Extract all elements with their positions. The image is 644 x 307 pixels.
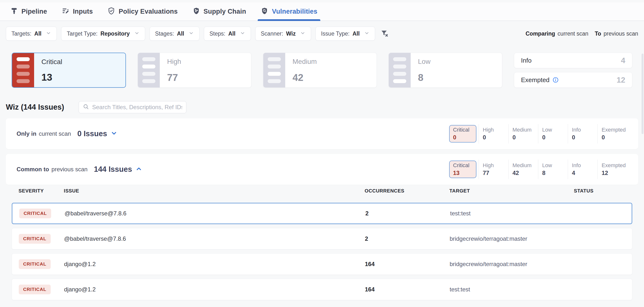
tab-label: Supply Chain	[204, 8, 246, 15]
severity-counts-strip: Critical 13 High 77 Medium 42 Low 8 Info…	[449, 160, 628, 179]
comparing-label: Comparing	[526, 30, 555, 37]
current-scan-selector[interactable]: current scan	[558, 30, 588, 37]
severity-counts-strip: Critical 0 High 0 Medium 0 Low 0 Info 0	[449, 124, 628, 144]
section-label: previous scan	[52, 166, 88, 173]
info-card-label: Info	[521, 57, 532, 64]
filter-value: All	[34, 30, 42, 37]
count-value: 0	[542, 134, 568, 141]
table-row[interactable]: CRITICAL django@1.2 164 bridgecrewio/ter…	[12, 254, 632, 275]
search-input[interactable]	[92, 104, 182, 110]
count-critical[interactable]: Critical 0	[449, 125, 476, 142]
occurrences-cell: 2	[365, 235, 368, 242]
count-high[interactable]: High 0	[479, 124, 508, 144]
tab-vulnerabilities[interactable]: Vulnerabilities	[260, 2, 317, 20]
count-medium[interactable]: Medium 0	[508, 124, 538, 144]
issue-cell: django@1.2	[64, 286, 96, 293]
count-info[interactable]: Info 0	[568, 124, 598, 144]
exempted-card[interactable]: Exempted 12	[514, 72, 632, 88]
tab-policy-evaluations[interactable]: Policy Evaluations	[108, 2, 178, 20]
comparing-to-label: To	[595, 30, 601, 37]
filter-target-type[interactable]: Target Type: Repository	[61, 26, 145, 41]
chevron-down-icon	[44, 30, 51, 37]
severity-badge: CRITICAL	[19, 234, 51, 244]
severity-card-critical[interactable]: Critical 13	[12, 53, 126, 88]
results-title: Wiz (144 Issues)	[6, 103, 64, 112]
count-high[interactable]: High 77	[479, 160, 508, 179]
vertical-scrollbar[interactable]	[642, 54, 644, 134]
issues-count: 144 Issues	[94, 165, 132, 174]
severity-card-high[interactable]: High 77	[138, 53, 251, 88]
table-header: SEVERITY ISSUE OCCURRENCES TARGET STATUS	[12, 188, 632, 197]
common-to-previous-scan-section: Common to previous scan 144 Issues Criti…	[6, 154, 638, 185]
table-row[interactable]: CRITICAL @babel/traverse@7.8.6 2 bridgec…	[12, 228, 632, 250]
tab-pipeline[interactable]: Pipeline	[10, 2, 47, 20]
count-label: Low	[542, 127, 568, 133]
filter-clear-icon	[380, 29, 389, 38]
severity-gauge-icon	[138, 53, 160, 88]
count-info[interactable]: Info 4	[568, 160, 598, 179]
filter-stages[interactable]: Stages: All	[150, 26, 200, 41]
filter-issue-type[interactable]: Issue Type: All	[316, 26, 375, 41]
previous-scan-selector[interactable]: previous scan	[604, 30, 638, 37]
count-label: Exempted	[602, 162, 628, 168]
count-label: Info	[572, 162, 598, 168]
chevron-down-icon	[298, 30, 306, 37]
chevron-up-icon	[136, 166, 142, 173]
issues-count: 0 Issues	[77, 130, 107, 138]
clear-filters-button[interactable]	[380, 29, 389, 38]
filter-value: Wiz	[286, 30, 296, 37]
count-exempted[interactable]: Exempted 12	[598, 160, 628, 179]
tab-supply-chain[interactable]: Supply Chain	[192, 2, 246, 20]
filter-steps[interactable]: Steps: All	[204, 26, 251, 41]
severity-card-count: 77	[167, 72, 181, 83]
severity-badge: CRITICAL	[19, 208, 51, 218]
filter-value: All	[228, 30, 235, 37]
severity-gauge-icon	[389, 53, 411, 88]
count-label: Medium	[512, 127, 538, 133]
results-header: Wiz (144 Issues)	[6, 100, 638, 114]
table-row[interactable]: CRITICAL django@1.2 164 test:test	[12, 279, 632, 300]
table-row[interactable]: CRITICAL @babel/traverse@7.8.6 2 test:te…	[12, 203, 632, 224]
count-critical[interactable]: Critical 13	[449, 160, 476, 178]
count-value: 0	[483, 134, 508, 141]
common-to-issues-toggle[interactable]: 144 Issues	[94, 165, 142, 174]
only-in-issues-toggle[interactable]: 0 Issues	[77, 130, 117, 138]
only-in-current-scan-section: Only in current scan 0 Issues Critical 0…	[6, 118, 638, 149]
count-exempted[interactable]: Exempted 0	[598, 124, 628, 144]
issues-table: CRITICAL @babel/traverse@7.8.6 2 test:te…	[12, 203, 632, 304]
filter-targets[interactable]: Targets: All	[6, 26, 57, 41]
filter-scanner[interactable]: Scanner: Wiz	[255, 26, 311, 41]
tab-label: Policy Evaluations	[118, 8, 178, 15]
top-tab-bar: Pipeline Inputs Policy Evaluations Suppl…	[0, 2, 644, 21]
count-value: 4	[572, 170, 598, 176]
filter-value: Repository	[100, 30, 130, 37]
severity-badge: CRITICAL	[19, 284, 51, 294]
severity-card-label: High	[167, 58, 181, 66]
search-box[interactable]	[79, 101, 186, 113]
count-label: High	[483, 162, 508, 168]
count-low[interactable]: Low 8	[538, 160, 568, 179]
section-label: current scan	[39, 130, 71, 137]
exempted-card-count: 12	[616, 76, 625, 84]
count-value: 0	[453, 134, 476, 141]
filter-value: All	[177, 30, 184, 37]
info-icon[interactable]	[552, 77, 559, 83]
chevron-down-icon	[363, 30, 370, 37]
count-value: 8	[542, 170, 568, 176]
count-low[interactable]: Low 0	[538, 124, 568, 144]
info-card-count: 4	[621, 56, 625, 65]
count-label: Critical	[453, 162, 476, 168]
tab-inputs[interactable]: Inputs	[62, 2, 93, 20]
info-card[interactable]: Info 4	[514, 53, 632, 68]
shield-network-icon	[192, 7, 200, 16]
count-medium[interactable]: Medium 42	[508, 160, 538, 179]
severity-card-low[interactable]: Low 8	[388, 53, 502, 88]
filter-label: Targets:	[12, 30, 32, 37]
comparing-bar: Comparing current scan To previous scan	[526, 30, 638, 37]
occurrences-cell: 164	[365, 286, 374, 293]
column-header-occurrences: OCCURRENCES	[364, 188, 404, 194]
severity-gauge-icon	[263, 53, 285, 88]
severity-card-medium[interactable]: Medium 42	[263, 53, 377, 88]
chevron-down-icon	[238, 30, 245, 37]
exempted-card-label: Exempted	[521, 76, 550, 84]
